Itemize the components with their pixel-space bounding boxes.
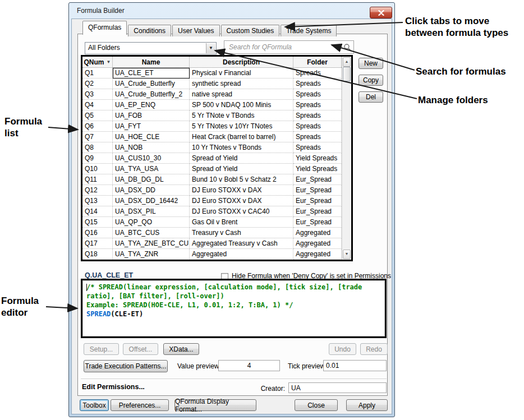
xdata-button[interactable]: XData... — [163, 343, 199, 355]
cell-qnum: Q3 — [82, 89, 113, 100]
title-bar[interactable]: Formula Builder — [69, 3, 394, 19]
table-grid: QNum▼NameDescriptionFolder Q1UA_CLE_ETPh… — [82, 57, 342, 260]
table-row[interactable]: Q12UA_DSX_DDDJ Euro STOXX v DAXEur_Sprea… — [82, 185, 342, 196]
sort-arrow-icon[interactable]: ▼ — [107, 59, 111, 64]
cell-folder: Eur_Spread — [293, 206, 342, 217]
search-input[interactable] — [224, 41, 353, 53]
search-icon — [343, 43, 351, 51]
scrollbar-thumb[interactable] — [343, 67, 351, 81]
table-row[interactable]: Q1UA_CLE_ETPhysical v FinancialSpreads — [82, 68, 342, 79]
annotation-line: between formula types — [405, 27, 508, 39]
cell-description: synthetic spread — [190, 79, 293, 89]
cell-name: UA_CUS10_30 — [113, 153, 190, 164]
formula-editor[interactable]: /* SPREAD(linear expression, [calculatio… — [81, 279, 387, 338]
cell-qnum: Q9 — [82, 153, 113, 164]
tab-custom-studies[interactable]: Custom Studies — [221, 25, 280, 36]
tab-user-values[interactable]: User Values — [172, 25, 219, 36]
table-row[interactable]: Q10UA_TYA_USASpread of YieldYield Spread… — [82, 164, 342, 174]
cell-folder: Spreads — [293, 79, 342, 89]
del-button[interactable]: Del — [358, 91, 383, 103]
cell-folder: Spreads — [293, 142, 342, 153]
table-row[interactable]: Q2UA_Crude_Butterflysynthetic spreadSpre… — [82, 79, 342, 89]
close-button[interactable] — [370, 7, 392, 19]
formula-editor-text[interactable]: /* SPREAD(linear expression, [calculatio… — [82, 280, 385, 336]
cell-description: SP 500 v NDAQ 100 Minis — [190, 100, 293, 110]
cell-name: UA_Crude_Butterfly — [113, 79, 190, 89]
preferences-button[interactable]: Preferences... — [111, 399, 169, 411]
cell-qnum: Q15 — [82, 217, 113, 228]
cell-qnum: Q7 — [82, 132, 113, 142]
setup-button[interactable]: Setup... — [84, 343, 119, 355]
cell-folder: Yield Spreads — [293, 153, 342, 164]
cell-qnum: Q6 — [82, 121, 113, 132]
cell-description: Physical v Financial — [190, 68, 293, 79]
tab-conditions[interactable]: Conditions — [128, 25, 171, 36]
cell-folder: Spreads — [293, 110, 342, 121]
table-row[interactable]: Q16UA_BTC_CUSTreasury v CashAggregated — [82, 228, 342, 238]
trade-execution-patterns-button[interactable]: Trade Execution Patterns... — [84, 360, 168, 372]
table-row[interactable]: Q9UA_CUS10_30Spread of YieldYield Spread… — [82, 153, 342, 164]
column-header-label: QNum — [84, 58, 104, 66]
cell-name: UA_TYA_ZNR — [113, 249, 190, 260]
column-header-description[interactable]: Description — [190, 57, 293, 67]
table-row[interactable]: Q5UA_FOB5 Yr TNote v TBondsSpreads — [82, 110, 342, 121]
table-row[interactable]: Q8UA_NOB10 Yr TNotes v TBondsSpreads — [82, 142, 342, 153]
cell-name: UA_CLE_ET — [113, 68, 190, 79]
edit-permissions-link[interactable]: Edit Permissions... — [82, 383, 145, 391]
cell-description: Treasury v Cash — [190, 228, 293, 238]
annotation-line: editor — [1, 307, 39, 319]
editor-keyword: SPREAD — [86, 310, 111, 318]
tab-qformulas[interactable]: QFormulas — [82, 21, 127, 35]
table-scrollbar[interactable]: ▲ ▼ — [342, 57, 351, 260]
tab-trade-systems[interactable]: Trade Systems — [281, 25, 337, 36]
redo-button[interactable]: Redo — [360, 343, 388, 355]
cell-qnum: Q2 — [82, 79, 113, 89]
scroll-down-icon[interactable]: ▼ — [343, 250, 351, 259]
cell-folder: Spreads — [293, 121, 342, 132]
undo-button[interactable]: Undo — [329, 343, 356, 355]
cell-name: UA_HOE_CLE — [113, 132, 190, 142]
folder-filter-dropdown[interactable]: All Folders ▼ — [85, 42, 217, 54]
toolbox-button[interactable]: Toolbox — [80, 399, 109, 411]
column-header-qnum[interactable]: QNum▼ — [82, 57, 113, 67]
cell-description: Heat Crack (barrel to barrel) — [190, 132, 293, 142]
table-row[interactable]: Q13UA_DSX_DD_16442DJ Euro STOXX v DAXEur… — [82, 196, 342, 206]
cell-description: Aggregated Treasury v Cash — [190, 238, 293, 249]
column-header-label: Folder — [307, 58, 328, 66]
qformula-display-format-button[interactable]: QFormula Display Format... — [174, 399, 256, 411]
cell-name: UA_NOB — [113, 142, 190, 153]
formula-list-table: QNum▼NameDescriptionFolder Q1UA_CLE_ETPh… — [81, 55, 353, 261]
cell-name: UA_TYA_USA — [113, 164, 190, 174]
table-row[interactable]: Q17UA_TYA_ZNE_BTC_CUSAggregated Treasury… — [82, 238, 342, 249]
new-button[interactable]: New — [358, 58, 383, 69]
cell-folder: Eur_Spread — [293, 174, 342, 185]
table-row[interactable]: Q14UA_DSX_PILDJ Euro STOXX v CAC40Eur_Sp… — [82, 206, 342, 217]
close-button[interactable]: Close — [295, 399, 338, 411]
tick-preview-input[interactable] — [323, 360, 387, 371]
offset-button[interactable]: Offset... — [123, 343, 158, 355]
folder-filter-value: All Folders — [88, 44, 120, 52]
table-row[interactable]: Q11UA_DB_DG_DLBund 10 v Bobl 5 v Schatz … — [82, 174, 342, 185]
column-header-folder[interactable]: Folder — [293, 57, 342, 67]
table-row[interactable]: Q18UA_TYA_ZNRAggregatedAggregated — [82, 249, 342, 260]
apply-button[interactable]: Apply — [346, 399, 388, 411]
value-preview-input[interactable] — [218, 360, 280, 371]
text-caret — [86, 284, 87, 291]
table-row[interactable]: Q6UA_FYT5 Yr TNotes v 10Yr TNotesSpreads — [82, 121, 342, 132]
creator-input[interactable] — [288, 382, 387, 393]
chevron-down-icon[interactable]: ▼ — [206, 43, 215, 53]
cell-name: UA_DSX_DD — [113, 185, 190, 196]
cell-name: UA_DSX_PIL — [113, 206, 190, 217]
cell-name: UA_DSX_DD_16442 — [113, 196, 190, 206]
copy-button[interactable]: Copy — [358, 75, 383, 86]
scroll-up-icon[interactable]: ▲ — [343, 57, 351, 67]
table-header: QNum▼NameDescriptionFolder — [82, 57, 342, 68]
table-row[interactable]: Q3UA_Crude_Butterfly_2native spreadSprea… — [82, 89, 342, 100]
cell-description: Gas Oil v Brent — [190, 217, 293, 228]
column-header-name[interactable]: Name — [113, 57, 190, 67]
editor-comment-line: /* SPREAD(linear expression, [calculatio… — [86, 283, 381, 292]
table-row[interactable]: Q4UA_EP_ENQSP 500 v NDAQ 100 MinisSpread… — [82, 100, 342, 110]
cell-folder: Spreads — [293, 100, 342, 110]
table-row[interactable]: Q15UA_QP_QOGas Oil v BrentEur_Spread — [82, 217, 342, 228]
table-row[interactable]: Q7UA_HOE_CLEHeat Crack (barrel to barrel… — [82, 132, 342, 142]
